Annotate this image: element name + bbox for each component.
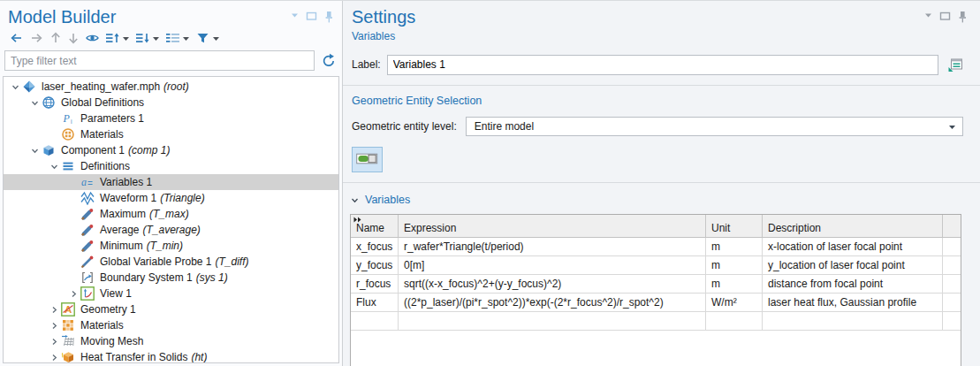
table-cell[interactable]: m <box>706 256 763 275</box>
parameters-icon: Pi <box>61 111 76 126</box>
waveform-icon <box>80 191 95 205</box>
filter-button[interactable] <box>194 31 222 45</box>
tree-item-label: Materials <box>80 319 124 332</box>
table-row: Flux((2*p_laser)/(pi*r_spot^2))*exp(-(2*… <box>351 294 961 312</box>
table-cell[interactable]: sqrt((x-x_focus)^2+(y-y_focus)^2) <box>399 275 706 294</box>
active-selection-toggle-button[interactable] <box>352 147 383 172</box>
tree-item[interactable]: Average(T_average) <box>4 222 338 238</box>
svg-text:=: = <box>87 179 93 188</box>
collapse-icon[interactable] <box>9 82 22 92</box>
tree-item-label: Maximum <box>100 208 146 220</box>
table-cell[interactable] <box>351 312 399 331</box>
table-cell[interactable]: distance from focal point <box>763 275 943 294</box>
expand-icon[interactable] <box>48 353 61 362</box>
collapse-icon[interactable] <box>48 162 61 172</box>
globe-icon <box>42 95 57 110</box>
table-cell[interactable]: m <box>706 238 763 256</box>
table-cell[interactable] <box>763 312 943 331</box>
filter-input[interactable] <box>4 50 315 71</box>
pin-panel-button[interactable] <box>323 11 334 23</box>
model-tree-node-text-dropdown-icon[interactable] <box>182 34 190 42</box>
pin-panel-button[interactable] <box>957 11 968 23</box>
model-builder-panel: Model Builder laser_heating_wafer.mph(ro… <box>0 1 343 366</box>
table-cell[interactable]: x_focus <box>351 238 399 256</box>
expand-icon[interactable] <box>48 337 61 347</box>
tree-item-label: Component 1 <box>61 144 125 156</box>
table-row: r_focussqrt((x-x_focus)^2+(y-y_focus)^2)… <box>351 275 961 294</box>
refresh-icon[interactable] <box>321 53 337 69</box>
arrow-up-icon <box>49 31 62 45</box>
variables-section-header[interactable]: Variables <box>343 183 980 206</box>
tree-item[interactable]: AGeometry 1 <box>4 301 338 317</box>
funnel-icon <box>195 31 210 45</box>
table-cell[interactable]: laser heat flux, Gaussian profile <box>763 294 943 312</box>
table-cell[interactable]: m <box>706 275 763 294</box>
collapse-icon[interactable] <box>28 146 42 156</box>
tree-item[interactable]: laser_heating_wafer.mph(root) <box>4 79 338 95</box>
show-button[interactable] <box>83 31 102 45</box>
collapse-all-dropdown-icon[interactable] <box>122 34 130 42</box>
back-button[interactable] <box>7 31 26 45</box>
collapse-icon[interactable] <box>28 98 42 108</box>
table-cell[interactable] <box>943 256 961 275</box>
tree-item[interactable]: Waveform 1(Triangle) <box>4 190 338 206</box>
geometric-entity-level-select[interactable]: Entire model <box>466 117 963 136</box>
tree-item-label: Moving Mesh <box>80 335 143 347</box>
collapse-all-button[interactable] <box>103 31 132 45</box>
row-marker-icon <box>353 217 362 223</box>
expand-icon[interactable] <box>48 321 61 331</box>
tree-item-label: Waveform 1 <box>100 192 156 204</box>
move-down-button[interactable] <box>65 31 81 45</box>
tree-item[interactable]: Global Variable Probe 1(T_diff) <box>4 254 338 270</box>
tree-item[interactable]: Global Definitions <box>4 95 338 111</box>
table-cell[interactable]: 0[m] <box>399 256 706 275</box>
tree-item[interactable]: PiParameters 1 <box>4 111 338 126</box>
forward-button[interactable] <box>27 31 46 45</box>
tree-item[interactable]: Boundary System 1(sys 1) <box>4 270 338 286</box>
expand-icon[interactable] <box>48 305 61 315</box>
table-cell[interactable]: r_focus <box>351 275 399 294</box>
table-cell[interactable] <box>706 312 763 331</box>
settings-window-buttons <box>923 11 968 23</box>
tree-item-tag: (T_diff) <box>216 255 249 268</box>
table-cell[interactable]: ((2*p_laser)/(pi*r_spot^2))*exp(-(2*r_fo… <box>399 294 706 312</box>
tree-item[interactable]: Moving Mesh <box>4 333 338 349</box>
tree-item[interactable]: Heat Transfer in Solids(ht) <box>4 349 338 363</box>
table-cell[interactable]: y_location of laser focal point <box>763 256 943 275</box>
filter-dropdown-icon[interactable] <box>212 34 220 42</box>
table-row: x_focusr_wafer*Triangle(t/period)mx-loca… <box>351 238 961 256</box>
tree-item[interactable]: Maximum(T_max) <box>4 206 338 222</box>
settings-subtitle: Variables <box>352 30 980 42</box>
expand-all-button[interactable] <box>133 31 162 45</box>
table-cell[interactable] <box>943 312 961 331</box>
table-cell[interactable]: x-location of laser focal point <box>763 238 943 256</box>
float-panel-button[interactable] <box>306 11 317 23</box>
tree-item[interactable]: View 1 <box>4 286 338 301</box>
tree-item[interactable]: a=Variables 1 <box>4 174 338 190</box>
expand-all-dropdown-icon[interactable] <box>152 34 160 42</box>
tree-item[interactable]: Component 1(comp 1) <box>4 142 338 158</box>
view-axes-icon <box>80 286 95 301</box>
svg-text:a: a <box>81 176 87 188</box>
table-cell[interactable] <box>943 238 961 256</box>
float-panel-button[interactable] <box>939 11 951 23</box>
tree-item[interactable]: Materials <box>4 317 338 333</box>
label-input[interactable] <box>387 55 938 75</box>
expand-icon[interactable] <box>67 289 80 299</box>
table-cell[interactable] <box>943 294 961 312</box>
tree-item[interactable]: Minimum(T_min) <box>4 238 338 254</box>
table-cell[interactable]: Flux <box>351 294 399 312</box>
panel-menu-button[interactable] <box>923 11 933 23</box>
table-cell[interactable]: y_focus <box>351 256 399 275</box>
table-cell[interactable]: r_wafer*Triangle(t/period) <box>399 238 706 256</box>
table-cell[interactable] <box>399 312 706 331</box>
table-cell[interactable] <box>943 275 961 294</box>
tree-item[interactable]: Materials <box>4 126 338 142</box>
model-tree-node-text-button[interactable] <box>163 31 192 45</box>
label-rename-button[interactable] <box>945 54 966 75</box>
move-up-button[interactable] <box>48 31 64 45</box>
table-cell[interactable]: W/m² <box>706 294 763 312</box>
panel-menu-button[interactable] <box>290 11 300 23</box>
arrow-down-icon <box>67 31 80 45</box>
tree-item[interactable]: Definitions <box>4 158 338 174</box>
